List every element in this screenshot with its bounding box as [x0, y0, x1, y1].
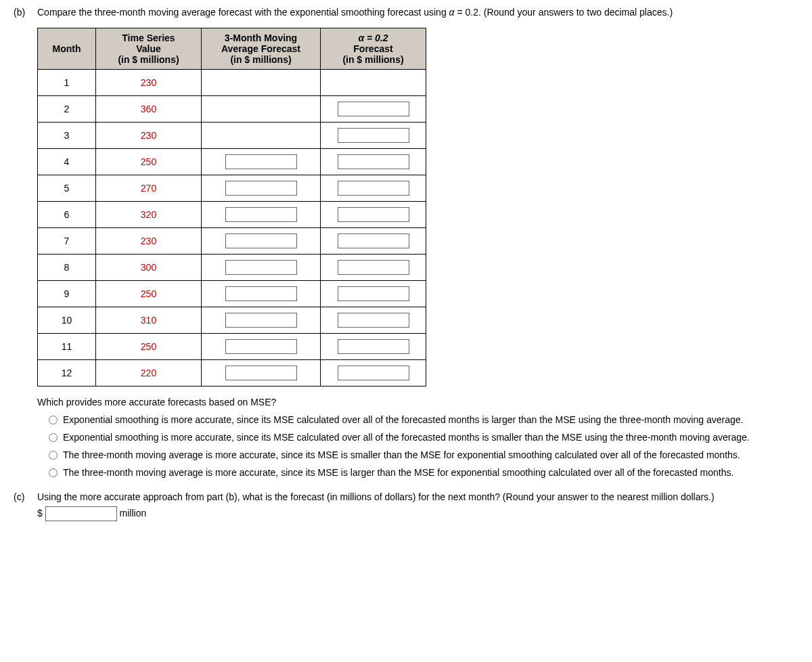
header-month: Month [38, 28, 96, 70]
alpha-forecast-input[interactable] [338, 260, 409, 275]
alpha-forecast-cell [321, 202, 426, 228]
alpha-forecast-cell [321, 149, 426, 175]
mse-option-text: The three-month moving average is more a… [63, 449, 798, 460]
forecast-input[interactable] [45, 506, 117, 521]
alpha-forecast-cell [321, 307, 426, 334]
time-series-value: 300 [96, 255, 202, 281]
alpha-forecast-cell [321, 228, 426, 255]
month-cell: 6 [38, 202, 96, 228]
mse-question: Which provides more accurate forecasts b… [37, 397, 798, 407]
alpha-forecast-cell [321, 175, 426, 202]
time-series-value: 250 [96, 149, 202, 175]
table-row: 12220 [38, 360, 426, 387]
table-row: 5270 [38, 175, 426, 202]
alpha-forecast-input[interactable] [338, 366, 409, 380]
mse-radio[interactable] [49, 451, 58, 460]
table-row: 7230 [38, 228, 426, 255]
moving-average-cell [202, 123, 321, 149]
moving-average-cell [202, 360, 321, 387]
alpha-forecast-input[interactable] [338, 128, 409, 143]
time-series-value: 250 [96, 334, 202, 360]
month-cell: 5 [38, 175, 96, 202]
moving-average-input[interactable] [225, 154, 297, 169]
moving-average-input[interactable] [225, 181, 297, 196]
moving-average-cell [202, 175, 321, 202]
table-row: 2360 [38, 96, 426, 123]
month-cell: 4 [38, 149, 96, 175]
time-series-value: 230 [96, 70, 202, 96]
month-cell: 2 [38, 96, 96, 123]
mse-option: Exponential smoothing is more accurate, … [45, 414, 798, 425]
part-c-prompt: Using the more accurate approach from pa… [37, 491, 798, 502]
unit-label: million [120, 508, 147, 518]
alpha-forecast-cell [321, 360, 426, 387]
part-b-label: (b) [14, 7, 37, 485]
alpha-forecast-input[interactable] [338, 181, 409, 196]
moving-average-input[interactable] [225, 234, 297, 248]
month-cell: 7 [38, 228, 96, 255]
forecast-table: Month Time Series Value (in $ millions) … [37, 28, 426, 387]
mse-option-text: Exponential smoothing is more accurate, … [63, 432, 798, 443]
moving-average-cell [202, 96, 321, 123]
alpha-forecast-input[interactable] [338, 102, 409, 116]
time-series-value: 230 [96, 228, 202, 255]
moving-average-input[interactable] [225, 366, 297, 380]
mse-option-text: Exponential smoothing is more accurate, … [63, 414, 798, 425]
moving-average-cell [202, 334, 321, 360]
alpha-forecast-input[interactable] [338, 313, 409, 328]
moving-average-input[interactable] [225, 286, 297, 301]
moving-average-input[interactable] [225, 339, 297, 354]
time-series-value: 220 [96, 360, 202, 387]
time-series-value: 270 [96, 175, 202, 202]
moving-average-input[interactable] [225, 313, 297, 328]
table-row: 1230 [38, 70, 426, 96]
mse-option: The three-month moving average is more a… [45, 449, 798, 460]
table-row: 10310 [38, 307, 426, 334]
alpha-forecast-cell [321, 123, 426, 149]
alpha-forecast-cell [321, 334, 426, 360]
part-b-prompt: Compare the three-month moving average f… [37, 7, 798, 18]
table-row: 4250 [38, 149, 426, 175]
table-row: 11250 [38, 334, 426, 360]
alpha-forecast-input[interactable] [338, 234, 409, 248]
alpha-forecast-input[interactable] [338, 286, 409, 301]
month-cell: 8 [38, 255, 96, 281]
table-row: 6320 [38, 202, 426, 228]
month-cell: 11 [38, 334, 96, 360]
moving-average-cell [202, 307, 321, 334]
alpha-forecast-cell [321, 281, 426, 307]
alpha-forecast-input[interactable] [338, 339, 409, 354]
alpha-forecast-input[interactable] [338, 154, 409, 169]
time-series-value: 360 [96, 96, 202, 123]
mse-option: Exponential smoothing is more accurate, … [45, 432, 798, 443]
alpha-forecast-input[interactable] [338, 207, 409, 222]
part-c-content: Using the more accurate approach from pa… [37, 491, 798, 521]
alpha-forecast-cell [321, 255, 426, 281]
month-cell: 10 [38, 307, 96, 334]
table-row: 3230 [38, 123, 426, 149]
time-series-value: 230 [96, 123, 202, 149]
moving-average-input[interactable] [225, 260, 297, 275]
moving-average-cell [202, 202, 321, 228]
moving-average-input[interactable] [225, 207, 297, 222]
mse-radio[interactable] [49, 468, 58, 477]
moving-average-cell [202, 149, 321, 175]
month-cell: 9 [38, 281, 96, 307]
part-c: (c) Using the more accurate approach fro… [14, 491, 798, 521]
table-row: 8300 [38, 255, 426, 281]
header-alpha-forecast: α = 0.2 Forecast (in $ millions) [321, 28, 426, 70]
moving-average-cell [202, 70, 321, 96]
mse-radio-group: Exponential smoothing is more accurate, … [45, 414, 798, 478]
part-b-content: Compare the three-month moving average f… [37, 7, 798, 485]
time-series-value: 310 [96, 307, 202, 334]
alpha-forecast-cell [321, 70, 426, 96]
month-cell: 12 [38, 360, 96, 387]
moving-average-cell [202, 281, 321, 307]
header-moving-average: 3-Month Moving Average Forecast (in $ mi… [202, 28, 321, 70]
mse-radio[interactable] [49, 433, 58, 442]
mse-option-text: The three-month moving average is more a… [63, 467, 798, 478]
time-series-value: 250 [96, 281, 202, 307]
mse-radio[interactable] [49, 416, 58, 424]
forecast-answer-line: $ million [37, 506, 798, 521]
moving-average-cell [202, 255, 321, 281]
